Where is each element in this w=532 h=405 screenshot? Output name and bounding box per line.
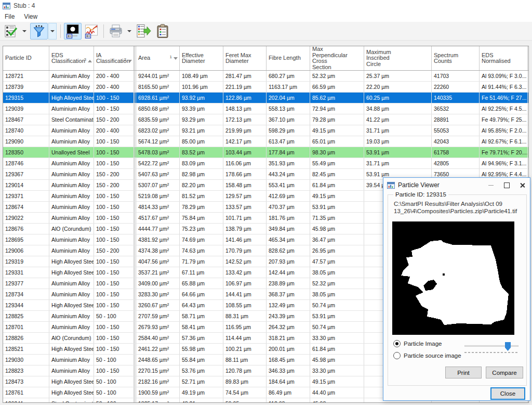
cell-ia_classification: 100 - 150 [94, 234, 134, 245]
cell-eds_classification: Aluminium Alloy [49, 234, 94, 245]
particle-groupbox: Particle ID: 129315 C:\SmartPI Results\F… [388, 194, 527, 386]
table-row[interactable]: 128350Unalloyed Steel100 - 1505478.03 µm… [3, 147, 528, 158]
cell-effective_diameter: 74.69 µm [180, 234, 223, 245]
particle-image-radio[interactable]: Particle Image [393, 340, 442, 347]
print-button[interactable] [107, 23, 125, 40]
column-header-eds_classification[interactable]: EDS Classification3 [49, 46, 94, 70]
cell-feret_max_diameter: 122.86 µm [223, 93, 267, 103]
cell-fibre_length: 680.27 µm [267, 71, 310, 81]
table-row[interactable]: 128467Steel Contaminated150 - 2006835.59… [3, 114, 528, 125]
filter-dropdown[interactable] [48, 23, 57, 40]
cell-area: 2461.22 µm² [134, 344, 180, 354]
table-row[interactable]: 128740Aluminium Alloy200 - 4006823.02 µm… [3, 125, 528, 136]
cell-feret_max_diameter: 114.44 µm [223, 333, 267, 343]
cell-feret_max_diameter: 120.78 µm [223, 365, 267, 376]
cell-particle_id: 128825 [3, 311, 49, 321]
cell-particle_id: 128721 [3, 71, 49, 81]
particle-image-icon [65, 24, 80, 38]
cell-eds_classification: Aluminium Alloy [49, 169, 94, 179]
column-header-eds_normalised[interactable]: EDS Normalised [480, 46, 528, 70]
column-label: Effective Diameter [182, 53, 205, 64]
column-header-spectrum_counts[interactable]: Spectrum Counts [432, 46, 480, 70]
cell-eds_classification: Aluminium Alloy [49, 180, 94, 190]
cell-ia_classification: 50 - 100 [94, 376, 134, 387]
menu-view[interactable]: View [19, 12, 42, 21]
cell-fibre_length: 243.39 µm [267, 311, 310, 321]
cell-max_perpendicular_cross_section: 53.91 µm [310, 202, 364, 212]
particle-source-image-radio[interactable]: Particle source image [393, 352, 461, 359]
compare-button[interactable]: Compare [486, 367, 523, 378]
copy-to-clipboard-button[interactable] [154, 23, 171, 40]
cell-eds_classification: Aluminium Alloy [49, 278, 94, 289]
cell-max_perpendicular_cross_section: 50.74 µm [310, 322, 364, 332]
cell-effective_diameter: 82.20 µm [180, 180, 223, 190]
column-header-effective_diameter[interactable]: Effective Diameter [180, 46, 223, 70]
cell-feret_max_diameter: 158.48 µm [223, 180, 267, 190]
cell-effective_diameter: 65.88 µm [180, 278, 223, 289]
cell-feret_max_diameter: 100.21 µm [223, 344, 267, 354]
report-options-dropdown[interactable] [20, 23, 29, 40]
cell-maximum_inscribed_circle: 53.91 µm [364, 147, 432, 158]
maximize-button[interactable] [499, 179, 514, 191]
cell-area: 4444.77 µm² [134, 224, 180, 234]
cell-ia_classification: 150 - 200 [94, 114, 134, 125]
close-window-button[interactable] [514, 179, 530, 191]
cell-feret_max_diameter: 221.19 µm [223, 82, 267, 92]
table-row[interactable]: 129039Aluminium Alloy100 - 1506850.68 µm… [3, 103, 528, 114]
column-header-ia_classification[interactable]: IA Classification2 [94, 46, 134, 70]
cell-area: 5307.07 µm² [134, 180, 180, 190]
table-row[interactable]: 128746Aluminium Alloy100 - 1505422.72 µm… [3, 158, 528, 169]
dropdown-caret-icon [50, 30, 55, 32]
print-dropdown[interactable] [125, 23, 134, 40]
cell-ia_classification: 100 - 150 [94, 289, 134, 299]
cell-spectrum_counts: 28891 [432, 114, 480, 125]
column-header-feret_max_diameter[interactable]: Feret Max Diameter [223, 46, 267, 70]
table-row[interactable]: 129315High Alloyed Steel100 - 1506928.61… [3, 93, 528, 103]
cell-maximum_inscribed_circle: 31.71 µm [364, 158, 432, 168]
cell-fibre_length: 368.37 µm [267, 289, 310, 299]
close-button[interactable]: Close [490, 387, 525, 400]
print-dialog-button[interactable]: Print [445, 367, 482, 378]
cell-feret_max_diameter: 142.17 µm [223, 136, 267, 147]
image-zoom-slider[interactable] [464, 341, 518, 355]
cell-effective_diameter: 58.41 µm [180, 322, 223, 332]
cell-feret_max_diameter: 74.54 µm [223, 387, 267, 398]
cell-effective_diameter: 64.43 µm [180, 300, 223, 310]
export-button[interactable] [135, 23, 153, 40]
table-row[interactable]: 128721Aluminium Alloy200 - 4009244.01 µm… [3, 71, 528, 82]
filter-button[interactable] [30, 23, 48, 40]
column-header-max_perpendicular_cross_section[interactable]: Max Perpendicular Cross Section [310, 46, 364, 70]
cell-max_perpendicular_cross_section: 53.91 µm [310, 311, 364, 321]
column-header-area[interactable]: Area1 [134, 46, 180, 70]
dialog-titlebar[interactable]: Particle Viewer [383, 178, 530, 192]
menu-file[interactable]: File [0, 12, 19, 21]
cell-max_perpendicular_cross_section: 49.15 µm [310, 191, 364, 201]
window-title: Stub : 4 [14, 2, 35, 9]
table-row[interactable]: 129090Aluminium Alloy100 - 1505674.12 µm… [3, 136, 528, 147]
cell-fibre_length: 828.62 µm [267, 245, 310, 256]
cell-area: 5674.12 µm² [134, 136, 180, 147]
path-line-2: 13_26\4\Composites\Particles.zip\Particl… [394, 207, 523, 215]
app-icon [3, 2, 10, 10]
printer-icon [108, 24, 124, 38]
spectrum-toggle[interactable] [83, 23, 100, 40]
cell-eds_normalised: Fe 49.79%; F 25... [480, 114, 528, 125]
cell-ia_classification: 100 - 150 [94, 147, 134, 158]
cell-feret_max_diameter: 101.71 µm [223, 213, 267, 223]
cell-ia_classification: 200 - 400 [94, 82, 134, 92]
column-header-fibre_length[interactable]: Fibre Length [267, 46, 310, 70]
cell-effective_diameter: 93.29 µm [180, 114, 223, 125]
minimize-button[interactable] [483, 179, 499, 191]
slider-thumb[interactable] [505, 342, 511, 351]
column-header-maximum_inscribed_circle[interactable]: Maximum Inscribed Circle [364, 46, 432, 70]
particle-image-view[interactable] [392, 221, 514, 335]
column-header-particle_id[interactable]: Particle ID [3, 46, 49, 70]
report-options-button[interactable] [2, 23, 20, 40]
column-label: Spectrum Counts [434, 53, 458, 64]
cell-area: 2707.59 µm² [134, 311, 180, 321]
table-row[interactable]: 128739Aluminium Alloy200 - 4008165.50 µm… [3, 82, 528, 93]
particle-image-toggle[interactable] [64, 23, 82, 40]
cell-eds_classification: Aluminium Alloy [49, 355, 94, 365]
cell-feret_max_diameter: 88.11 µm [223, 355, 267, 365]
cell-ia_classification: 150 - 200 [94, 169, 134, 179]
